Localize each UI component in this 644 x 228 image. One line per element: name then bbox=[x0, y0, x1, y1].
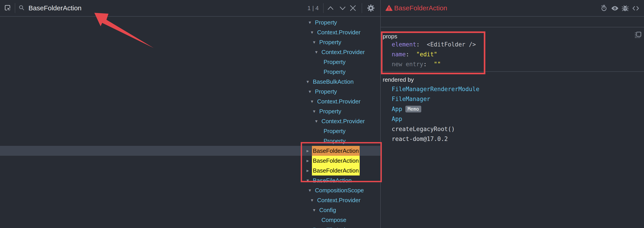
search-query-text[interactable]: BaseFolderAction bbox=[28, 0, 82, 16]
tree-row-Compose[interactable]: Compose bbox=[0, 215, 380, 225]
view-source-code-icon bbox=[632, 5, 639, 12]
chevron-down-icon[interactable]: ▾ bbox=[313, 106, 318, 116]
inspect-element-button[interactable] bbox=[4, 5, 12, 12]
rendered-by-item: App bbox=[381, 114, 644, 124]
tree-row-Property[interactable]: ▾Property bbox=[0, 37, 380, 47]
inspector-toolbar: BaseFolderAction bbox=[381, 0, 644, 17]
prop-value[interactable]: <EditFolder /> bbox=[427, 41, 476, 48]
tree-row-Property[interactable]: Property bbox=[0, 67, 380, 77]
component-name: Property bbox=[324, 126, 346, 136]
owner-link[interactable]: FileManager bbox=[392, 96, 430, 102]
component-name: BaseFolderAction bbox=[312, 166, 360, 175]
chevron-down-icon[interactable]: ▾ bbox=[315, 116, 320, 126]
tree-row-Property[interactable]: Property bbox=[0, 126, 380, 136]
component-name: Property bbox=[324, 136, 346, 146]
inspect-element-icon bbox=[4, 5, 12, 12]
gear-icon bbox=[367, 4, 375, 12]
tree-row-Property[interactable]: ▾Property bbox=[0, 106, 380, 116]
tree-row-BaseBulkAction[interactable]: ▾BaseBulkAction bbox=[0, 77, 380, 87]
chevron-down-icon[interactable]: ▾ bbox=[309, 87, 314, 97]
chevron-down-icon[interactable]: ▾ bbox=[309, 18, 314, 27]
component-name: Config bbox=[319, 205, 336, 215]
inspect-dom-button[interactable] bbox=[611, 6, 619, 11]
prop-row-name: name: "edit" bbox=[381, 49, 644, 59]
tree-row-Property[interactable]: Property bbox=[0, 57, 380, 67]
settings-button[interactable] bbox=[367, 4, 375, 12]
toolbar-separator bbox=[15, 3, 15, 13]
tree-row-Property[interactable]: Property bbox=[0, 136, 380, 146]
component-name: BaseFileAction bbox=[313, 175, 352, 185]
component-name: Property bbox=[319, 106, 341, 116]
component-name: Context.Provider bbox=[317, 27, 360, 37]
tree-row-Context.Provider[interactable]: ▾Context.Provider bbox=[0, 116, 380, 126]
tree-row-Property[interactable]: ▾Property bbox=[0, 87, 380, 97]
prop-key[interactable]: new entry bbox=[392, 61, 423, 68]
rendered-by-list: FileManagerRendererModuleFileManagerAppM… bbox=[381, 84, 644, 144]
rendered-by-item: createLegacyRoot() bbox=[381, 124, 644, 134]
tree-row-Context.Provider[interactable]: ▾Context.Provider bbox=[0, 47, 380, 57]
prop-row-element: element: <EditFolder /> bbox=[381, 40, 644, 49]
search-icon bbox=[18, 4, 25, 12]
chevron-down-icon[interactable]: ▾ bbox=[311, 195, 316, 205]
tree-row-Config[interactable]: ▾Config bbox=[0, 205, 380, 215]
clear-search-button[interactable] bbox=[350, 5, 356, 12]
owner-link[interactable]: App bbox=[392, 116, 402, 122]
component-name: Property bbox=[324, 67, 346, 77]
next-result-button[interactable] bbox=[339, 5, 346, 12]
debug-button[interactable] bbox=[621, 5, 629, 12]
component-name: Context.Provider bbox=[317, 97, 360, 106]
chevron-right-icon[interactable]: ▸ bbox=[306, 166, 312, 175]
prop-colon: : bbox=[423, 61, 434, 68]
chevron-down-icon[interactable]: ▾ bbox=[311, 27, 316, 37]
component-name: Property bbox=[315, 18, 337, 27]
prop-key[interactable]: element bbox=[392, 41, 416, 48]
previous-result-button[interactable] bbox=[327, 5, 334, 12]
owner-link[interactable]: FileManagerRendererModule bbox=[392, 86, 479, 92]
profiler-button[interactable] bbox=[600, 5, 608, 12]
component-tree-pane: BaseFolderAction 1 | 4 bbox=[0, 0, 380, 228]
tree-row-Context.Provider[interactable]: ▾Context.Provider bbox=[0, 195, 380, 205]
tree-row-BaseFolderAction[interactable]: ▸BaseFolderAction bbox=[0, 156, 380, 166]
owner-link[interactable]: App bbox=[392, 106, 402, 112]
search-result-count: 1 | 4 bbox=[308, 0, 319, 16]
view-source-button[interactable] bbox=[632, 5, 639, 12]
rendered-by-section: rendered by FileManagerRendererModuleFil… bbox=[381, 72, 644, 228]
component-name: BaseBulkAction bbox=[313, 77, 354, 87]
chevron-right-icon[interactable]: ▸ bbox=[306, 156, 312, 166]
prop-value[interactable]: "edit" bbox=[416, 51, 438, 58]
chevron-down-icon[interactable]: ▾ bbox=[315, 47, 320, 57]
chevron-down-icon[interactable]: ▾ bbox=[306, 175, 312, 185]
tree-row-BaseFileAction[interactable]: ▾BaseFileAction bbox=[0, 175, 380, 185]
chevron-right-icon[interactable]: ▸ bbox=[306, 146, 312, 156]
component-name: BaseFileAction bbox=[313, 225, 352, 228]
prop-value[interactable]: "" bbox=[434, 61, 441, 68]
chevron-down-icon[interactable]: ▾ bbox=[309, 185, 314, 195]
component-name: Context.Provider bbox=[321, 47, 365, 57]
tree-row-CompositionScope[interactable]: ▾CompositionScope bbox=[0, 185, 380, 195]
tree-row-Context.Provider[interactable]: ▾Context.Provider bbox=[0, 97, 380, 106]
props-section: props element: <EditFolder />name: "edit… bbox=[381, 27, 644, 72]
tree-row-BaseFolderAction[interactable]: ▸BaseFolderAction bbox=[0, 166, 380, 175]
chevron-down-icon[interactable]: ▾ bbox=[313, 205, 318, 215]
chevron-down-icon[interactable]: ▾ bbox=[313, 37, 318, 47]
tree-row-BaseFileAction[interactable]: ▾BaseFileAction bbox=[0, 225, 380, 228]
inspected-component-title: BaseFolderAction bbox=[394, 0, 447, 16]
react-devtools-components-panel: BaseFolderAction 1 | 4 bbox=[0, 0, 644, 228]
component-name: Context.Provider bbox=[317, 195, 360, 205]
debug-bug-icon bbox=[621, 5, 629, 12]
tree-row-BaseFolderAction[interactable]: ▸BaseFolderAction bbox=[0, 146, 380, 156]
prop-key[interactable]: name bbox=[392, 51, 406, 58]
chevron-down-icon[interactable]: ▾ bbox=[311, 97, 316, 106]
toolbar-separator bbox=[362, 3, 362, 13]
chevron-down-icon[interactable]: ▾ bbox=[306, 225, 312, 228]
tree-row-Context.Provider[interactable]: ▾Context.Provider bbox=[0, 27, 380, 37]
rendered-by-item: FileManager bbox=[381, 94, 644, 104]
owner-text: react-dom@17.0.2 bbox=[392, 136, 448, 142]
copy-props-button[interactable] bbox=[633, 31, 642, 40]
close-icon bbox=[350, 5, 356, 12]
chevron-down-icon[interactable]: ▾ bbox=[306, 77, 312, 87]
rendered-by-item: react-dom@17.0.2 bbox=[381, 134, 644, 144]
prop-row-new-entry: new entry: "" bbox=[381, 59, 644, 69]
tree-row-Property[interactable]: ▾Property bbox=[0, 18, 380, 27]
component-name: BaseFolderAction bbox=[312, 156, 360, 166]
